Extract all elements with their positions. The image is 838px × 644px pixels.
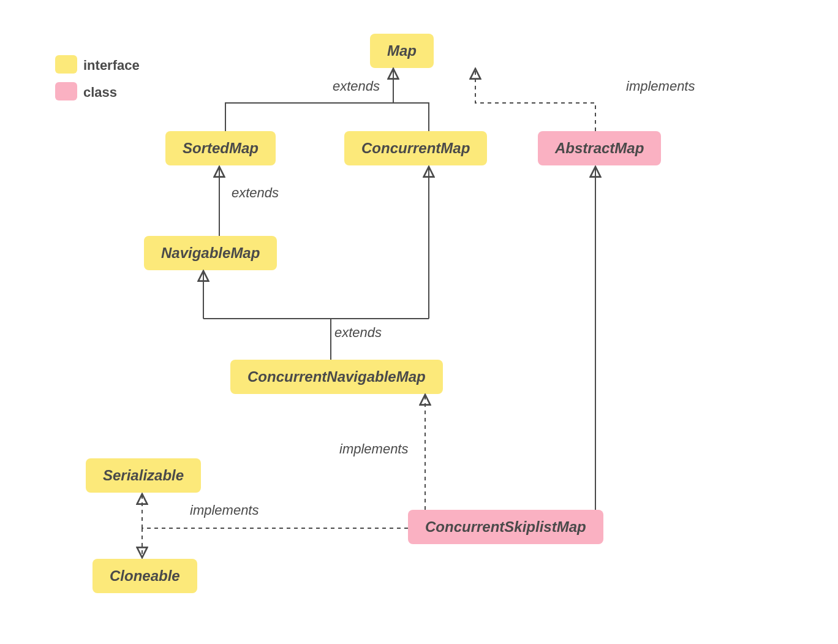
node-concurrentnavigablemap: ConcurrentNavigableMap [230,360,443,394]
node-navigablemap: NavigableMap [144,236,277,270]
edge-label-implements-1: implements [626,78,695,94]
node-serializable: Serializable [86,458,201,493]
edge-abstractmap-implements-map [475,69,595,131]
edge-skiplist-implements-serializable-cloneable [142,494,408,558]
legend-swatch-class [55,82,77,100]
edge-label-extends-3: extends [334,325,382,341]
node-abstractmap: AbstractMap [538,131,661,165]
node-sortedmap: SortedMap [165,131,276,165]
class-hierarchy-diagram: interface class Map SortedMap Concurrent… [0,0,838,644]
edges-layer [0,0,838,644]
node-concurrentskiplistmap: ConcurrentSkiplistMap [408,510,603,544]
legend-label-interface: interface [83,58,140,74]
edge-label-extends-1: extends [333,78,380,94]
node-concurrentmap: ConcurrentMap [344,131,487,165]
node-map: Map [370,34,434,68]
legend-label-class: class [83,85,117,100]
edge-label-extends-2: extends [232,185,279,201]
edge-label-implements-3: implements [190,502,259,518]
legend-swatch-interface [55,55,77,74]
edge-label-implements-2: implements [339,441,408,457]
node-cloneable: Cloneable [92,559,197,593]
edge-sortedmap-concurrentmap-extends-map [225,69,429,131]
